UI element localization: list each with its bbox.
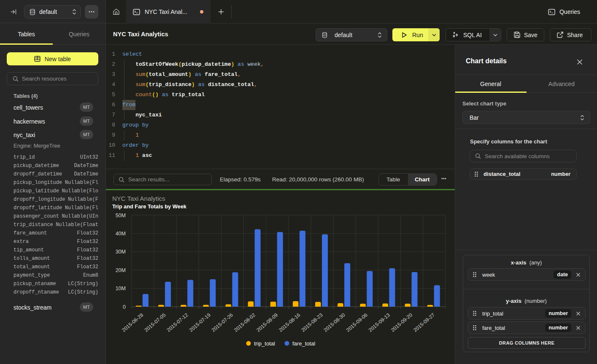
svg-text:50M: 50M [116,213,126,218]
svg-text:10M: 10M [116,286,126,291]
svg-text:2015-07-12: 2015-07-12 [166,312,189,333]
svg-text:2015-06-28: 2015-06-28 [121,312,144,333]
svg-text:2015-08-23: 2015-08-23 [300,312,324,333]
svg-text:40M: 40M [116,231,126,237]
svg-text:2015-09-27: 2015-09-27 [412,312,436,333]
svg-text:2015-07-19: 2015-07-19 [188,312,212,333]
svg-text:0: 0 [123,304,126,310]
svg-text:2015-09-13: 2015-09-13 [367,312,391,333]
svg-text:2015-09-06: 2015-09-06 [345,312,369,333]
svg-text:2015-08-30: 2015-08-30 [323,312,346,333]
svg-text:2015-08-16: 2015-08-16 [278,312,301,333]
svg-text:30M: 30M [116,249,126,255]
svg-text:2015-08-09: 2015-08-09 [255,312,279,333]
svg-text:trip_total: trip_total [254,340,275,347]
svg-text:2015-07-05: 2015-07-05 [143,312,167,333]
svg-text:2015-09-20: 2015-09-20 [390,312,413,333]
svg-text:NYC Taxi Analytics: NYC Taxi Analytics [112,195,165,202]
svg-text:2015-08-02: 2015-08-02 [233,312,257,333]
svg-text:20M: 20M [116,267,126,273]
svg-text:Trip and Fare Totals by Week: Trip and Fare Totals by Week [112,203,187,210]
svg-text:fare_total: fare_total [292,340,315,347]
svg-text:2015-07-26: 2015-07-26 [211,312,234,333]
